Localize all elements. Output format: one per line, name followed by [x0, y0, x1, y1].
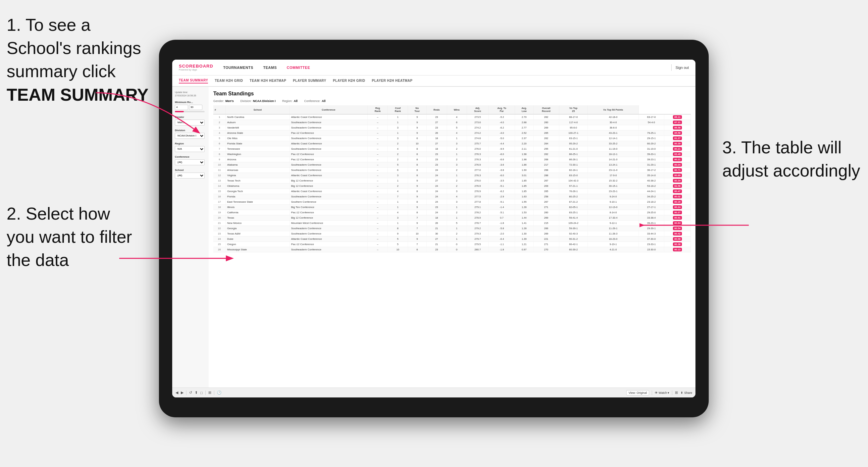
tablet-device: SCOREBOARD Powered by clippi TOURNAMENTS… — [159, 40, 709, 417]
layout-icon[interactable]: ⊞ — [675, 391, 678, 395]
region-select[interactable]: N/A East West — [175, 146, 205, 152]
arrow-1 — [80, 89, 205, 143]
instruction-1-text: 1. To see a School's rankings summary cl… — [7, 15, 141, 81]
sign-out-link[interactable]: Sign out — [676, 66, 689, 69]
table-area: Team Standings Gender: Men's Division: N… — [209, 87, 695, 387]
col-overall-record: OverallRecord — [533, 105, 559, 114]
sub-nav: TEAM SUMMARY TEAM H2H GRID TEAM H2H HEAT… — [172, 75, 695, 87]
table-row: 25OregonPac-12 Conference–57210279.5-1.1… — [213, 242, 691, 247]
col-vs-top-25: Vs Top25 — [559, 105, 588, 114]
main-content: Update time: 27/03/2024 16:56:26 Minimum… — [172, 87, 695, 387]
col-avg-low: Avg.Low — [515, 105, 533, 114]
table-filters-row: Gender: Men's Division: NCAA Division I … — [213, 99, 691, 103]
division-filter-display: Division: NCAA Division I — [241, 99, 276, 103]
table-row: 22GeorgiaSoutheastern Conference–8721127… — [213, 226, 691, 231]
gender-filter-display: Gender: Men's — [213, 99, 234, 103]
table-row: 8WashingtonPac-12 Conference–28231276.3-… — [213, 152, 691, 157]
table-row: 13Texas TechBig 12 Conference–19272276.0… — [213, 178, 691, 184]
bottom-bar: ◀ ▶ ↺ ⬆ □ ⊞ 🕐 View: Original 👁 Watch ▾ ⊞… — [172, 387, 695, 398]
watch-button[interactable]: 👁 Watch ▾ — [655, 391, 669, 395]
division-filter-value: NCAA Division I — [253, 99, 276, 103]
conference-select[interactable]: (All) — [175, 159, 205, 165]
col-wins: Wins — [447, 105, 467, 114]
logo-area: SCOREBOARD Powered by clippi — [179, 64, 213, 71]
table-row: 26Mississippi StateSoutheastern Conferen… — [213, 247, 691, 252]
table-row: 24DukeAtlantic Coast Conference–59271279… — [213, 237, 691, 242]
table-row: 12VirginiaAtlantic Coast Conference–3824… — [213, 173, 691, 178]
logo-scoreboard: SCOREBOARD — [179, 64, 213, 68]
tab-player-h2h-heatmap[interactable]: PLAYER H2H HEATMAP — [372, 79, 413, 83]
instruction-3: 3. The table will adjust accordingly — [722, 136, 865, 182]
table-row: 3VanderbiltSoutheastern Conference–39235… — [213, 125, 691, 130]
col-conference: Conference — [289, 105, 367, 114]
bottom-separator-2 — [205, 391, 206, 395]
tab-team-summary[interactable]: TEAM SUMMARY — [179, 79, 208, 84]
tab-team-h2h-grid[interactable]: TEAM H2H GRID — [215, 79, 243, 83]
col-adj-score: Adj.Score — [467, 105, 489, 114]
table-row: 6Florida StateAtlantic Coast Conference–… — [213, 141, 691, 146]
table-row: 16FloridaSoutheastern Conference–7924427… — [213, 194, 691, 199]
table-row: 17East Tennessee StateSouthern Conferenc… — [213, 199, 691, 205]
conference-filter-value: All — [321, 99, 326, 103]
gender-filter-label: Gender: — [213, 99, 224, 103]
bottom-separator-5 — [672, 391, 672, 395]
arrow-2 — [116, 245, 239, 272]
tab-team-h2h-heatmap[interactable]: TEAM H2H HEATMAP — [250, 79, 286, 83]
table-row: 15Georgia TechAtlantic Coast Conference–… — [213, 189, 691, 194]
table-row: 20TexasBig 12 Conference–37181278.90.71.… — [213, 215, 691, 221]
forward-icon[interactable]: ▶ — [181, 391, 183, 395]
tab-player-summary[interactable]: PLAYER SUMMARY — [293, 79, 326, 83]
conference-filter: Conference (All) — [175, 155, 206, 165]
nav-link-committee[interactable]: COMMITTEE — [287, 66, 310, 69]
col-conf-rank: ConfRank — [388, 105, 408, 114]
table-row: 9ArizonaPac-12 Conference–28232276.3-6.6… — [213, 157, 691, 162]
conference-filter-display: Conference: All — [304, 99, 326, 103]
col-avg-to-par: Avg. ToPar — [489, 105, 515, 114]
bottom-separator-4 — [652, 391, 652, 395]
view-original-button[interactable]: View: Original — [626, 390, 649, 396]
table-row: 19CaliforniaPac-12 Conference–48242278.2… — [213, 210, 691, 215]
table-row: 21New MexicoMountain West Conference–192… — [213, 221, 691, 226]
table-row: 2AuburnSoutheastern Conference–19276273.… — [213, 120, 691, 125]
col-rnds: Rnds — [426, 105, 447, 114]
school-label: School — [175, 168, 206, 172]
col-vs-top-50-points: Vs Top 50 Points — [588, 105, 639, 114]
standings-table: # School Conference RegRank ConfRank NoT… — [213, 105, 691, 252]
table-row: 23Texas A&MSoutheastern Conference–91030… — [213, 231, 691, 237]
table-row: 18IllinoisBig Ten Conference–19231279.1-… — [213, 205, 691, 210]
region-filter-display: Region: All — [282, 99, 298, 103]
bottom-separator-3 — [214, 391, 214, 395]
table-row: 11ArkansasSoutheastern Conference–682422… — [213, 167, 691, 173]
col-school: School — [225, 105, 289, 114]
nav-bar: SCOREBOARD Powered by clippi TOURNAMENTS… — [172, 60, 695, 75]
table-row: 7TennesseeSoutheastern Conference–481822… — [213, 146, 691, 152]
table-title: Team Standings — [213, 91, 691, 97]
school-filter: School (All) — [175, 168, 206, 179]
table-row: 1North CarolinaAtlantic Coast Conference… — [213, 114, 691, 120]
bookmark-icon[interactable]: □ — [200, 391, 203, 395]
region-filter-label: Region: — [282, 99, 292, 103]
tablet-screen: SCOREBOARD Powered by clippi TOURNAMENTS… — [172, 60, 695, 398]
back-icon[interactable]: ◀ — [176, 391, 178, 395]
table-row: 10AlabamaSoutheastern Conference–5823327… — [213, 162, 691, 167]
region-filter: Region N/A East West — [175, 142, 206, 152]
gender-filter-value: Men's — [225, 99, 234, 103]
bottom-separator-1 — [186, 391, 186, 395]
share-icon-2[interactable]: ⬆ — [195, 391, 198, 395]
reload-icon[interactable]: ↺ — [189, 391, 192, 395]
nav-links: TOURNAMENTS TEAMS COMMITTEE — [223, 66, 667, 69]
arrow-3 — [640, 212, 752, 239]
tab-player-h2h-grid[interactable]: PLAYER H2H GRID — [333, 79, 365, 83]
clock-icon[interactable]: 🕐 — [217, 391, 222, 395]
col-reg-rank: RegRank — [368, 105, 388, 114]
table-header-row: # School Conference RegRank ConfRank NoT… — [213, 105, 691, 114]
conference-label: Conference — [175, 155, 206, 158]
nav-link-tournaments[interactable]: TOURNAMENTS — [223, 66, 253, 69]
school-select[interactable]: (All) — [175, 173, 205, 179]
share-button[interactable]: ⬆ Share — [681, 391, 692, 395]
table-row: 4Arizona StatePac-12 Conference–19264274… — [213, 130, 691, 136]
add-tab-icon[interactable]: ⊞ — [208, 391, 211, 395]
nav-link-teams[interactable]: TEAMS — [263, 66, 277, 69]
logo-sub: Powered by clippi — [179, 68, 213, 71]
region-filter-value: All — [294, 99, 298, 103]
